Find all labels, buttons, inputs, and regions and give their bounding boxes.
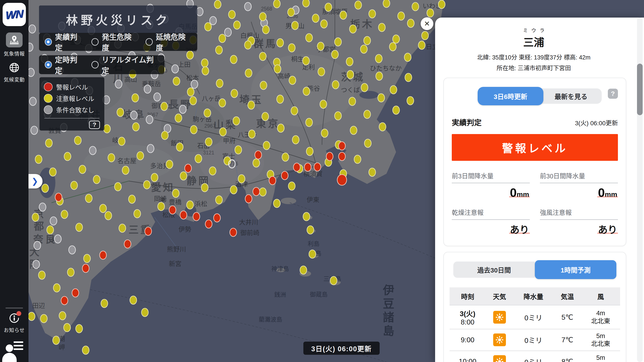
risk-station-dot[interactable]: [230, 185, 238, 194]
risk-station-dot[interactable]: [300, 265, 307, 274]
risk-station-dot[interactable]: [201, 59, 208, 68]
risk-station-dot[interactable]: [122, 166, 129, 175]
risk-station-dot[interactable]: [334, 38, 342, 47]
close-panel-button[interactable]: ✕: [421, 17, 433, 30]
risk-station-dot[interactable]: [85, 194, 92, 203]
risk-station-dot[interactable]: [213, 213, 221, 222]
risk-station-dot[interactable]: [309, 250, 316, 259]
risk-station-dot[interactable]: [32, 260, 40, 269]
risk-station-dot[interactable]: [288, 182, 296, 191]
risk-station-dot[interactable]: [39, 202, 46, 211]
tab-update-0600[interactable]: 3日6時更新: [478, 87, 544, 105]
risk-station-dot[interactable]: [262, 25, 270, 34]
risk-station-dot[interactable]: [252, 187, 260, 196]
risk-station-dot[interactable]: [124, 240, 131, 249]
legend-help-button[interactable]: ?: [89, 121, 100, 129]
risk-station-dot[interactable]: [361, 83, 368, 92]
risk-station-dot[interactable]: [330, 276, 337, 285]
risk-station-dot[interactable]: [259, 12, 266, 21]
risk-station-dot[interactable]: [118, 224, 126, 233]
risk-station-dot[interactable]: [392, 106, 400, 115]
risk-station-dot[interactable]: [438, 0, 446, 9]
risk-station-dot[interactable]: [248, 101, 255, 110]
risk-station-dot[interactable]: [108, 153, 115, 162]
risk-station-dot[interactable]: [234, 145, 242, 154]
risk-station-dot[interactable]: [302, 56, 310, 65]
risk-station-dot[interactable]: [63, 323, 71, 332]
risk-station-dot[interactable]: [195, 154, 202, 163]
risk-station-dot[interactable]: [312, 14, 319, 23]
risk-station-dot[interactable]: [76, 223, 83, 232]
risk-station-dot[interactable]: [276, 95, 284, 104]
risk-station-dot[interactable]: [89, 146, 96, 155]
risk-station-dot[interactable]: [83, 254, 91, 263]
risk-station-dot[interactable]: [50, 216, 57, 225]
risk-station-dot[interactable]: [354, 155, 361, 164]
risk-station-dot[interactable]: [228, 160, 236, 169]
risk-station-dot[interactable]: [61, 210, 68, 219]
risk-station-dot[interactable]: [186, 200, 194, 209]
risk-station-dot[interactable]: [276, 38, 284, 47]
risk-station-dot[interactable]: [193, 212, 200, 221]
risk-station-dot[interactable]: [390, 85, 397, 94]
risk-station-dot[interactable]: [421, 31, 429, 40]
risk-station-dot[interactable]: [406, 96, 414, 105]
risk-station-dot[interactable]: [218, 98, 226, 107]
risk-station-dot[interactable]: [360, 45, 368, 54]
risk-station-dot[interactable]: [187, 88, 194, 97]
risk-station-dot[interactable]: [42, 184, 49, 193]
risk-station-dot[interactable]: [288, 43, 296, 52]
risk-station-dot[interactable]: [72, 288, 79, 297]
risk-station-dot[interactable]: [338, 152, 346, 161]
tab-see-latest[interactable]: 最新を見る: [540, 88, 602, 104]
risk-station-dot[interactable]: [269, 176, 276, 185]
risk-station-dot[interactable]: [426, 9, 434, 18]
risk-station-dot[interactable]: [307, 225, 314, 234]
risk-station-dot[interactable]: [184, 164, 192, 173]
risk-station-dot[interactable]: [412, 2, 419, 11]
risk-station-dot[interactable]: [215, 195, 223, 204]
risk-station-dot[interactable]: [334, 112, 342, 120]
risk-station-dot[interactable]: [201, 183, 208, 192]
risk-station-dot[interactable]: [99, 204, 107, 213]
risk-station-dot[interactable]: [205, 137, 212, 146]
risk-station-dot[interactable]: [147, 144, 154, 153]
risk-station-dot[interactable]: [130, 295, 137, 304]
risk-station-dot[interactable]: [176, 142, 184, 151]
risk-station-dot[interactable]: [337, 174, 347, 186]
risk-station-dot[interactable]: [293, 163, 300, 172]
sidebar-item-climate-change[interactable]: 気候変動: [0, 62, 28, 83]
risk-station-dot[interactable]: [331, 50, 339, 59]
risk-station-dot[interactable]: [320, 100, 327, 109]
risk-station-dot[interactable]: [34, 241, 41, 250]
risk-station-dot[interactable]: [340, 11, 347, 20]
risk-station-dot[interactable]: [260, 81, 267, 90]
risk-station-dot[interactable]: [378, 23, 386, 32]
risk-station-dot[interactable]: [228, 10, 236, 19]
risk-station-dot[interactable]: [248, 129, 256, 138]
risk-station-dot[interactable]: [67, 268, 74, 277]
risk-station-dot[interactable]: [160, 102, 168, 111]
risk-station-dot[interactable]: [376, 72, 383, 81]
risk-station-dot[interactable]: [338, 141, 346, 150]
risk-station-dot[interactable]: [79, 165, 86, 174]
risk-station-dot[interactable]: [59, 311, 66, 320]
risk-station-dot[interactable]: [303, 87, 310, 96]
risk-station-dot[interactable]: [204, 22, 212, 31]
risk-station-dot[interactable]: [54, 234, 62, 243]
risk-station-dot[interactable]: [55, 193, 62, 202]
risk-station-dot[interactable]: [191, 80, 198, 89]
risk-station-dot[interactable]: [289, 76, 296, 85]
risk-station-dot[interactable]: [364, 36, 371, 45]
risk-station-dot[interactable]: [304, 163, 312, 172]
risk-station-dot[interactable]: [115, 79, 122, 88]
risk-station-dot[interactable]: [49, 167, 56, 176]
risk-station-dot[interactable]: [364, 110, 371, 119]
risk-station-dot[interactable]: [143, 180, 150, 189]
risk-station-dot[interactable]: [291, 21, 299, 30]
risk-station-dot[interactable]: [53, 283, 60, 292]
risk-station-dot[interactable]: [32, 213, 39, 222]
risk-station-dot[interactable]: [151, 173, 158, 182]
risk-station-dot[interactable]: [190, 96, 197, 105]
risk-station-dot[interactable]: [354, 1, 362, 10]
